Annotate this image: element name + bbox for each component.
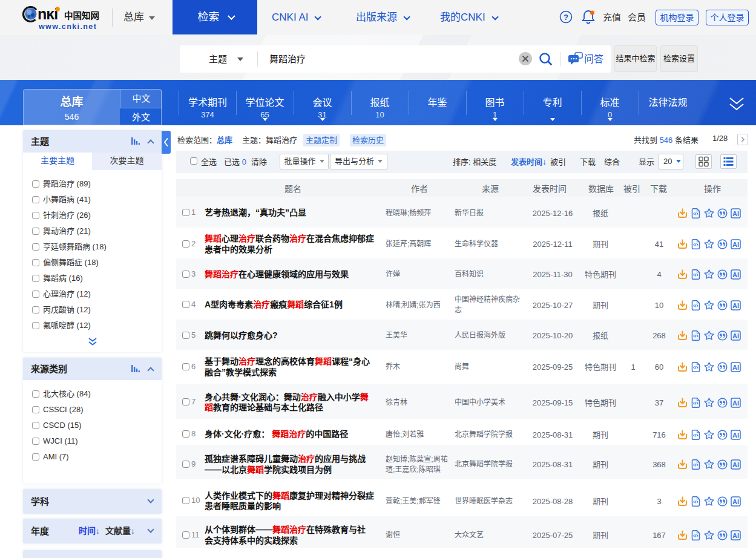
svg-text:中国知网: 中国知网	[64, 10, 99, 21]
svg-text:www.cnki.net: www.cnki.net	[38, 22, 97, 31]
svg-text:nĸi: nĸi	[38, 5, 58, 22]
svg-text:?: ?	[564, 13, 568, 22]
